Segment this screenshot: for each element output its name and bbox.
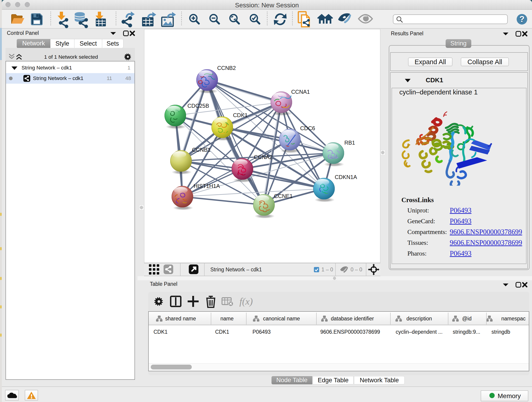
svg-text:CCNE1: CCNE1 bbox=[274, 193, 293, 199]
svg-text:P06493: P06493 bbox=[253, 329, 271, 335]
svg-text:cyclin–dependent ...: cyclin–dependent ... bbox=[396, 329, 443, 335]
svg-text:stringdb: stringdb bbox=[491, 329, 510, 335]
svg-text:9606.ENSP00000378699: 9606.ENSP00000378699 bbox=[320, 329, 380, 335]
svg-text:database identifier: database identifier bbox=[331, 316, 374, 322]
svg-text:String Network – cdk1: String Network – cdk1 bbox=[210, 267, 262, 273]
svg-text:@id: @id bbox=[462, 316, 472, 322]
svg-text:CCNB2: CCNB2 bbox=[217, 65, 236, 71]
svg-text:stringdb:9...: stringdb:9... bbox=[453, 329, 480, 335]
svg-text:CDK1: CDK1 bbox=[233, 112, 248, 118]
svg-text:CCNB1: CCNB1 bbox=[192, 147, 210, 153]
svg-text:CCNA2: CCNA2 bbox=[254, 154, 272, 160]
svg-text:f(x): f(x) bbox=[239, 296, 253, 307]
svg-text:CDC25B: CDC25B bbox=[187, 103, 209, 109]
svg-text:shared name: shared name bbox=[165, 316, 196, 322]
svg-text:CDKN1A: CDKN1A bbox=[335, 174, 357, 180]
svg-text:1 – 0: 1 – 0 bbox=[322, 267, 333, 273]
svg-text:HIST1H1A: HIST1H1A bbox=[194, 183, 220, 189]
svg-text:?: ? bbox=[519, 14, 525, 24]
svg-text:CDK1: CDK1 bbox=[215, 329, 229, 335]
svg-text:canonical name: canonical name bbox=[263, 316, 300, 322]
svg-text:name: name bbox=[220, 316, 234, 322]
svg-text:CDK1: CDK1 bbox=[153, 329, 167, 335]
svg-text:RB1: RB1 bbox=[344, 140, 355, 146]
svg-text:description: description bbox=[406, 316, 432, 322]
svg-text:0 – 0: 0 – 0 bbox=[351, 267, 362, 273]
svg-text:CDC6: CDC6 bbox=[300, 125, 315, 131]
svg-text:CCNA1: CCNA1 bbox=[291, 89, 310, 95]
svg-text:namespac: namespac bbox=[501, 316, 526, 322]
